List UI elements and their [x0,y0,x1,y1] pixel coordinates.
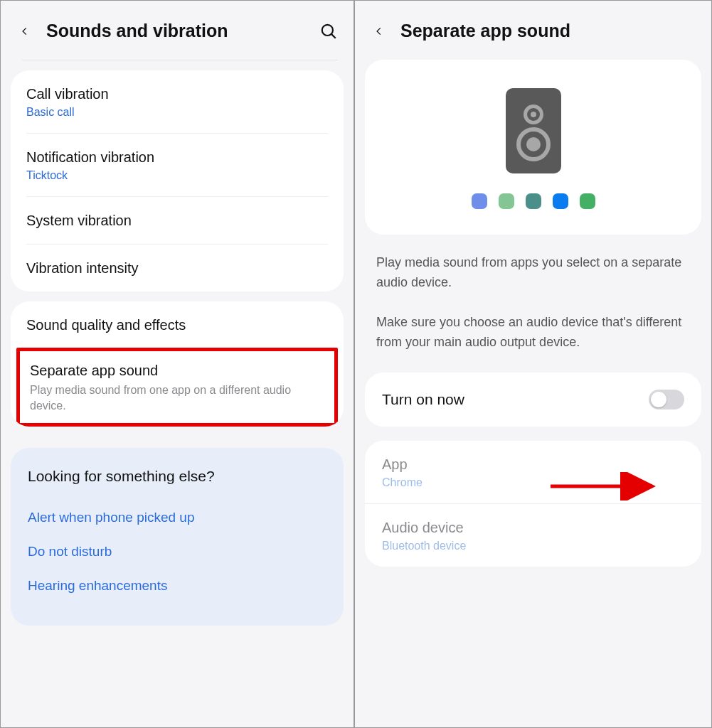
row-sound-quality[interactable]: Sound quality and effects [11,301,344,348]
turn-on-row: Turn on now [365,373,701,427]
row-subtitle: Play media sound from one app on a diffe… [30,382,324,413]
speaker-icon [506,88,561,173]
row-audio-device[interactable]: Audio device Bluetooth device [365,503,701,567]
row-subtitle: Chrome [382,476,684,489]
row-system-vibration[interactable]: System vibration [11,197,344,244]
highlight-separate-app-sound: Separate app sound Play media sound from… [16,348,338,427]
header: Separate app sound [355,1,711,60]
suggest-link-alert[interactable]: Alert when phone picked up [28,500,326,535]
color-dots [472,193,595,209]
turn-on-toggle[interactable] [649,390,684,410]
illustration-card [365,60,701,235]
dot [580,193,595,209]
page-title: Separate app sound [400,21,696,41]
row-subtitle: Ticktock [26,169,328,182]
header: Sounds and vibration [1,1,354,60]
row-vibration-intensity[interactable]: Vibration intensity [11,245,344,291]
svg-line-1 [331,34,336,38]
row-title: Call vibration [26,85,328,103]
options-card: App Chrome Audio device Bluetooth device [365,441,701,567]
description: Play media sound from apps you select on… [355,235,711,358]
row-call-vibration[interactable]: Call vibration Basic call [11,70,344,133]
toggle-knob [651,392,666,407]
suggestions-card: Looking for something else? Alert when p… [11,448,344,626]
row-subtitle: Basic call [26,106,328,119]
sound-effects-card: Sound quality and effects Separate app s… [11,301,344,427]
svg-point-0 [322,24,333,35]
dot [553,193,568,209]
suggest-link-dnd[interactable]: Do not disturb [28,535,326,569]
dot [472,193,487,209]
suggest-link-hearing[interactable]: Hearing enhancements [28,569,326,603]
separate-app-sound-screen: Separate app sound Play media sound from… [354,0,712,728]
row-separate-app-sound[interactable]: Separate app sound Play media sound from… [20,351,334,423]
desc-para-1: Play media sound from apps you select on… [376,253,690,293]
row-title: Vibration intensity [26,259,328,277]
search-icon[interactable] [319,22,338,41]
back-icon[interactable] [371,23,388,40]
sounds-vibration-screen: Sounds and vibration Call vibration Basi… [0,0,354,728]
vibration-card: Call vibration Basic call Notification v… [11,70,344,291]
row-notification-vibration[interactable]: Notification vibration Ticktock [11,134,344,196]
toggle-label: Turn on now [382,391,649,408]
row-title: Separate app sound [30,361,324,380]
desc-para-2: Make sure you choose an audio device tha… [376,313,690,353]
row-title: System vibration [26,211,328,230]
row-title: App [382,455,684,473]
page-title: Sounds and vibration [46,21,307,41]
row-subtitle: Bluetooth device [382,540,684,552]
back-icon[interactable] [16,23,33,40]
divider [22,60,338,60]
row-title: Notification vibration [26,148,328,166]
dot [499,193,514,209]
row-title: Sound quality and effects [26,316,328,334]
dot [526,193,541,209]
suggestions-heading: Looking for something else? [28,468,326,485]
row-app[interactable]: App Chrome [365,441,701,503]
row-title: Audio device [382,518,684,537]
